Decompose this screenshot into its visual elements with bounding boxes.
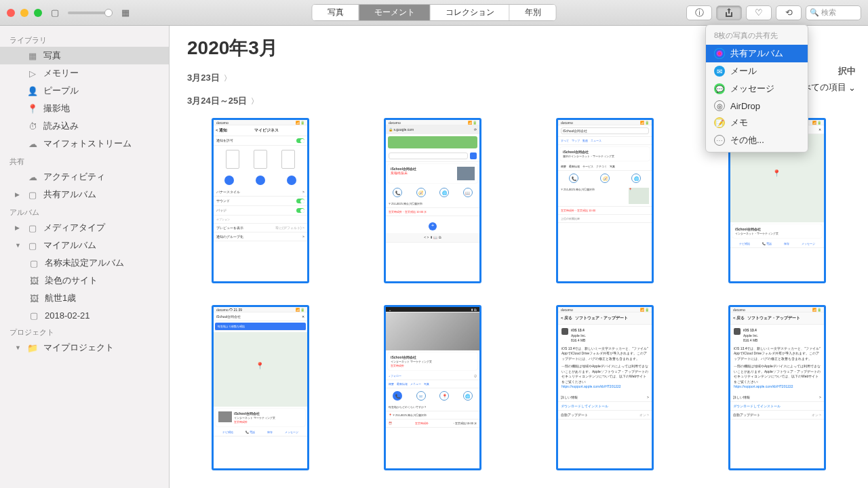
cloud-icon: ☁ [27,138,38,149]
chevron-right-icon: 〉 [224,73,231,83]
window-controls [7,9,42,17]
favorite-button[interactable]: ♡ [746,5,772,20]
photo-thumbnail[interactable]: ⌄⬆ ⧉ iSchool合同会社インターネット マーケティング業営業時間外 + … [384,305,481,470]
disclosure-triangle-icon[interactable]: ▼ [15,344,22,351]
sidebar-item-people[interactable]: 👤ピープル [0,82,169,100]
more-icon: ⋯ [714,135,725,146]
photo-grid: docomo📶 🔋 < 通知マイビジネス 通知を許可 バナースタイル> サウンド… [187,113,850,483]
share-item-notes[interactable]: 📝メモ [706,114,808,131]
date-header-3[interactable]: 3月28日〉 [187,483,850,488]
sidebar-header-shared: 共有 [0,152,169,168]
sidebar-header-projects: プロジェクト [0,323,169,339]
photo-thumbnail[interactable]: docomo 🗨 21:39📶 🔋 iSchool合同会社✕ 現在地より移動を開… [212,305,309,470]
sidebar: ライブラリ ▦写真 ▷メモリー 👤ピープル 📍撮影地 ⏱読み込み ☁マイフォトス… [0,26,170,488]
album-icon: ▢ [28,258,39,268]
photo-thumbnail[interactable]: docomo📶 🔋 🔒 s.google.com⟳ iSchool合同会社業種構… [384,118,481,283]
sidebar-item-import[interactable]: ⏱読み込み [0,117,169,135]
search-placeholder: 検索 [821,7,836,18]
sidebar-item-memories[interactable]: ▷メモリー [0,64,169,82]
people-icon: 👤 [27,85,38,96]
import-icon: ⏱ [27,121,38,131]
sidebar-item-activity[interactable]: ☁アクティビティ [0,168,169,186]
cloud-icon: ☁ [27,171,38,182]
share-item-mail[interactable]: ✉メール [706,62,808,80]
disclosure-triangle-icon[interactable]: ▶ [15,224,22,231]
thumb-icon: 🖼 [28,275,39,286]
seg-years[interactable]: 年別 [510,5,556,20]
rotate-button[interactable]: ⟲ [776,5,802,20]
sidebar-toggle-icon[interactable]: ▢ [47,7,62,19]
album-icon: ▢ [27,222,38,233]
album-icon: ▢ [27,189,38,200]
memories-icon: ▷ [27,68,38,79]
sidebar-item-photostream[interactable]: ☁マイフォトストリーム [0,135,169,152]
sidebar-item-mediatypes[interactable]: ▶▢メディアタイプ [0,219,169,237]
share-item-shared-album[interactable]: 共有アルバム [706,45,808,62]
fullscreen-button[interactable] [34,9,42,17]
shared-album-icon [714,48,725,59]
photo-thumbnail[interactable]: docomo📶 🔋 < 戻るソフトウェア・アップデート iOS 13.4Appl… [556,305,654,470]
seg-photos[interactable]: 写真 [313,5,359,20]
sidebar-item-myalbums[interactable]: ▼▢マイアルバム [0,237,169,254]
info-button[interactable]: ⓘ [686,5,712,20]
photo-thumbnail[interactable]: docomo📶 🔋 < 通知マイビジネス 通知を許可 バナースタイル> サウンド… [212,118,309,283]
album-icon: ▢ [28,310,39,321]
seg-collections[interactable]: コレクション [431,5,510,20]
titlebar: ▢ ▦ 写真 モーメント コレクション 年別 ⓘ ♡ ⟲ 🔍 検索 [0,0,868,26]
close-button[interactable] [7,9,15,17]
chevron-down-icon: ⌄ [848,83,856,93]
sidebar-item-myprojects[interactable]: ▼📁マイプロジェクト [0,339,169,357]
share-item-messages[interactable]: 💬メッセージ [706,80,808,98]
share-popover: 8枚の写真の共有先 共有アルバム ✉メール 💬メッセージ ◎AirDrop 📝メ… [705,24,808,152]
sidebar-item-shared-albums[interactable]: ▶▢共有アルバム [0,186,169,203]
share-item-other[interactable]: ⋯その他... [706,131,808,149]
messages-icon: 💬 [714,83,725,94]
album-icon: ▢ [27,240,38,251]
view-segmented-control: 写真 モーメント コレクション 年別 [312,4,557,21]
notes-icon: 📝 [714,117,725,128]
popover-title: 8枚の写真の共有先 [706,25,808,45]
zoom-slider[interactable] [68,12,113,14]
photos-icon: ▦ [27,50,38,61]
places-icon: 📍 [27,103,38,114]
photo-thumbnail[interactable]: docomo📶 🔋 < 戻るソフトウェア・アップデート iOS 13.4Appl… [728,305,826,470]
sidebar-item-untitled-album[interactable]: ▢名称未設定アルバム [0,254,169,272]
sidebar-item-dye-site[interactable]: 🖼染色のサイト [0,272,169,289]
disclosure-triangle-icon[interactable]: ▼ [15,242,22,249]
sidebar-header-albums: アルバム [0,203,169,219]
sidebar-header-library: ライブラリ [0,31,169,47]
thumb-icon: 🖼 [28,293,39,304]
sidebar-item-places[interactable]: 📍撮影地 [0,100,169,117]
search-input[interactable]: 🔍 検索 [806,5,861,20]
share-item-airdrop[interactable]: ◎AirDrop [706,98,808,114]
mail-icon: ✉ [714,66,725,77]
zoom-grid-icon[interactable]: ▦ [118,7,133,19]
photo-thumbnail[interactable]: docomo📶 🔋 iSchool合同会社 すべて マップ 動画 ニュース iS… [556,118,654,283]
chevron-right-icon: 〉 [251,96,258,106]
sidebar-item-2018-02-21[interactable]: ▢2018-02-21 [0,307,169,323]
airdrop-icon: ◎ [714,100,725,111]
folder-icon: 📁 [27,342,38,353]
share-button[interactable] [716,5,742,20]
disclosure-triangle-icon[interactable]: ▶ [15,191,22,198]
sidebar-item-kosei[interactable]: 🖼航世1歳 [0,289,169,307]
sidebar-item-photos[interactable]: ▦写真 [0,47,169,64]
minimize-button[interactable] [20,9,28,17]
seg-moments[interactable]: モーメント [359,5,431,20]
search-icon: 🔍 [810,8,819,17]
